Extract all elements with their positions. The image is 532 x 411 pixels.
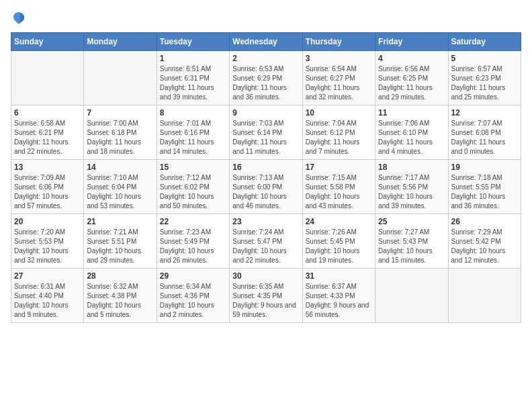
day-number: 31 — [306, 271, 372, 281]
day-number: 16 — [232, 163, 299, 172]
day-info: Sunrise: 6:32 AM Sunset: 4:38 PM Dayligh… — [87, 282, 153, 320]
day-info: Sunrise: 6:57 AM Sunset: 6:23 PM Dayligh… — [451, 64, 518, 102]
day-number: 19 — [451, 163, 518, 172]
day-header-monday: Monday — [84, 33, 157, 51]
logo-icon — [11, 11, 27, 27]
calendar-cell: 12Sunrise: 7:07 AM Sunset: 6:08 PM Dayli… — [448, 105, 521, 160]
day-info: Sunrise: 7:06 AM Sunset: 6:10 PM Dayligh… — [378, 119, 445, 156]
day-number: 12 — [451, 108, 518, 118]
calendar-week-2: 6Sunrise: 6:58 AM Sunset: 6:21 PM Daylig… — [11, 105, 521, 160]
calendar-week-1: 1Sunrise: 6:51 AM Sunset: 6:31 PM Daylig… — [11, 51, 521, 105]
day-number: 3 — [306, 54, 372, 63]
calendar-header-row: SundayMondayTuesdayWednesdayThursdayFrid… — [11, 33, 521, 51]
day-info: Sunrise: 7:23 AM Sunset: 5:49 PM Dayligh… — [160, 228, 226, 265]
day-info: Sunrise: 7:17 AM Sunset: 5:56 PM Dayligh… — [378, 173, 445, 211]
calendar-cell — [11, 51, 84, 105]
calendar-cell: 27Sunrise: 6:31 AM Sunset: 4:40 PM Dayli… — [11, 269, 84, 323]
calendar-cell: 9Sunrise: 7:03 AM Sunset: 6:14 PM Daylig… — [230, 105, 302, 160]
calendar-cell: 26Sunrise: 7:29 AM Sunset: 5:42 PM Dayli… — [448, 214, 521, 269]
day-number: 4 — [378, 54, 445, 63]
day-info: Sunrise: 6:58 AM Sunset: 6:21 PM Dayligh… — [14, 119, 81, 156]
calendar-cell: 8Sunrise: 7:01 AM Sunset: 6:16 PM Daylig… — [157, 105, 229, 160]
calendar-cell: 23Sunrise: 7:24 AM Sunset: 5:47 PM Dayli… — [230, 214, 302, 269]
calendar-cell: 16Sunrise: 7:13 AM Sunset: 6:00 PM Dayli… — [230, 160, 302, 214]
calendar-cell: 2Sunrise: 6:53 AM Sunset: 6:29 PM Daylig… — [230, 51, 302, 105]
calendar-week-4: 20Sunrise: 7:20 AM Sunset: 5:53 PM Dayli… — [11, 214, 521, 269]
calendar-cell — [448, 269, 521, 323]
calendar-cell: 28Sunrise: 6:32 AM Sunset: 4:38 PM Dayli… — [84, 269, 157, 323]
day-number: 14 — [87, 163, 153, 172]
day-info: Sunrise: 6:51 AM Sunset: 6:31 PM Dayligh… — [160, 64, 226, 102]
day-header-wednesday: Wednesday — [230, 33, 302, 51]
calendar-cell: 25Sunrise: 7:27 AM Sunset: 5:43 PM Dayli… — [375, 214, 448, 269]
day-info: Sunrise: 6:35 AM Sunset: 4:35 PM Dayligh… — [232, 282, 299, 320]
day-header-thursday: Thursday — [302, 33, 375, 51]
day-header-tuesday: Tuesday — [157, 33, 229, 51]
calendar-cell: 7Sunrise: 7:00 AM Sunset: 6:18 PM Daylig… — [84, 105, 157, 160]
calendar-cell: 4Sunrise: 6:56 AM Sunset: 6:25 PM Daylig… — [375, 51, 448, 105]
day-number: 23 — [232, 217, 299, 226]
calendar-cell: 15Sunrise: 7:12 AM Sunset: 6:02 PM Dayli… — [157, 160, 229, 214]
calendar-cell: 11Sunrise: 7:06 AM Sunset: 6:10 PM Dayli… — [375, 105, 448, 160]
day-info: Sunrise: 7:21 AM Sunset: 5:51 PM Dayligh… — [87, 228, 153, 265]
calendar-cell: 31Sunrise: 6:37 AM Sunset: 4:33 PM Dayli… — [302, 269, 375, 323]
day-info: Sunrise: 7:24 AM Sunset: 5:47 PM Dayligh… — [232, 228, 299, 265]
day-info: Sunrise: 6:37 AM Sunset: 4:33 PM Dayligh… — [306, 282, 372, 320]
calendar-cell — [84, 51, 157, 105]
day-number: 29 — [160, 271, 226, 281]
calendar-cell: 18Sunrise: 7:17 AM Sunset: 5:56 PM Dayli… — [375, 160, 448, 214]
day-info: Sunrise: 7:10 AM Sunset: 6:04 PM Dayligh… — [87, 173, 153, 211]
day-number: 21 — [87, 217, 153, 226]
day-info: Sunrise: 7:18 AM Sunset: 5:55 PM Dayligh… — [451, 173, 518, 211]
day-info: Sunrise: 7:03 AM Sunset: 6:14 PM Dayligh… — [232, 119, 299, 156]
calendar-cell: 14Sunrise: 7:10 AM Sunset: 6:04 PM Dayli… — [84, 160, 157, 214]
calendar-week-5: 27Sunrise: 6:31 AM Sunset: 4:40 PM Dayli… — [11, 269, 521, 323]
page-header — [11, 11, 521, 27]
day-info: Sunrise: 7:09 AM Sunset: 6:06 PM Dayligh… — [14, 173, 81, 211]
day-number: 10 — [306, 108, 372, 118]
day-header-sunday: Sunday — [11, 33, 84, 51]
day-number: 13 — [14, 163, 81, 172]
day-header-friday: Friday — [375, 33, 448, 51]
calendar-cell: 21Sunrise: 7:21 AM Sunset: 5:51 PM Dayli… — [84, 214, 157, 269]
calendar-cell: 20Sunrise: 7:20 AM Sunset: 5:53 PM Dayli… — [11, 214, 84, 269]
day-number: 1 — [160, 54, 226, 63]
day-number: 6 — [14, 108, 81, 118]
day-info: Sunrise: 6:31 AM Sunset: 4:40 PM Dayligh… — [14, 282, 81, 320]
calendar-week-3: 13Sunrise: 7:09 AM Sunset: 6:06 PM Dayli… — [11, 160, 521, 214]
day-info: Sunrise: 7:00 AM Sunset: 6:18 PM Dayligh… — [87, 119, 153, 156]
day-number: 17 — [306, 163, 372, 172]
day-info: Sunrise: 7:26 AM Sunset: 5:45 PM Dayligh… — [306, 228, 372, 265]
calendar-cell: 22Sunrise: 7:23 AM Sunset: 5:49 PM Dayli… — [157, 214, 229, 269]
calendar-cell: 10Sunrise: 7:04 AM Sunset: 6:12 PM Dayli… — [302, 105, 375, 160]
day-number: 30 — [232, 271, 299, 281]
calendar-cell — [375, 269, 448, 323]
day-number: 28 — [87, 271, 153, 281]
day-number: 18 — [378, 163, 445, 172]
day-info: Sunrise: 7:27 AM Sunset: 5:43 PM Dayligh… — [378, 228, 445, 265]
calendar-cell: 3Sunrise: 6:54 AM Sunset: 6:27 PM Daylig… — [302, 51, 375, 105]
day-info: Sunrise: 6:56 AM Sunset: 6:25 PM Dayligh… — [378, 64, 445, 102]
calendar-cell: 13Sunrise: 7:09 AM Sunset: 6:06 PM Dayli… — [11, 160, 84, 214]
day-number: 11 — [378, 108, 445, 118]
day-number: 5 — [451, 54, 518, 63]
day-info: Sunrise: 7:13 AM Sunset: 6:00 PM Dayligh… — [232, 173, 299, 211]
day-number: 20 — [14, 217, 81, 226]
day-info: Sunrise: 6:53 AM Sunset: 6:29 PM Dayligh… — [232, 64, 299, 102]
day-info: Sunrise: 6:54 AM Sunset: 6:27 PM Dayligh… — [306, 64, 372, 102]
day-number: 26 — [451, 217, 518, 226]
calendar-cell: 30Sunrise: 6:35 AM Sunset: 4:35 PM Dayli… — [230, 269, 302, 323]
day-number: 24 — [306, 217, 372, 226]
calendar-cell: 5Sunrise: 6:57 AM Sunset: 6:23 PM Daylig… — [448, 51, 521, 105]
day-number: 8 — [160, 108, 226, 118]
day-info: Sunrise: 7:15 AM Sunset: 5:58 PM Dayligh… — [306, 173, 372, 211]
calendar-cell: 1Sunrise: 6:51 AM Sunset: 6:31 PM Daylig… — [157, 51, 229, 105]
calendar-cell: 29Sunrise: 6:34 AM Sunset: 4:36 PM Dayli… — [157, 269, 229, 323]
calendar-body: 1Sunrise: 6:51 AM Sunset: 6:31 PM Daylig… — [11, 51, 521, 323]
day-info: Sunrise: 7:20 AM Sunset: 5:53 PM Dayligh… — [14, 228, 81, 265]
day-info: Sunrise: 6:34 AM Sunset: 4:36 PM Dayligh… — [160, 282, 226, 320]
day-info: Sunrise: 7:29 AM Sunset: 5:42 PM Dayligh… — [451, 228, 518, 265]
calendar-table: SundayMondayTuesdayWednesdayThursdayFrid… — [11, 32, 521, 323]
day-number: 7 — [87, 108, 153, 118]
day-number: 2 — [232, 54, 299, 63]
